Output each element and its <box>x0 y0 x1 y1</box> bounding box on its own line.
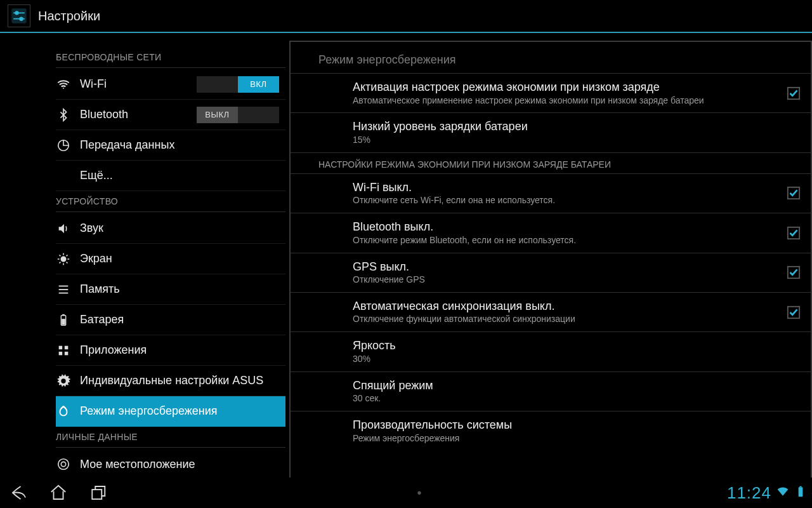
status-area[interactable]: 11:24 <box>727 483 807 503</box>
pref-title: Яркость <box>353 338 793 353</box>
svg-rect-24 <box>65 351 69 355</box>
pref-title: Bluetooth выкл. <box>353 220 779 234</box>
leaf-icon <box>56 404 71 419</box>
sidebar-item-label: Режим энергосбережения <box>80 404 279 418</box>
sidebar-item-label: Память <box>80 283 279 296</box>
pref-brightness[interactable]: Яркость 30% <box>291 332 811 371</box>
sidebar-item-more[interactable]: Ещё... <box>56 161 285 191</box>
svg-point-26 <box>58 459 69 470</box>
sidebar-item-label: Звук <box>80 222 279 235</box>
sidebar-item-label: Мое местоположение <box>80 458 279 471</box>
location-icon <box>56 457 71 472</box>
wifi-status-icon <box>776 485 789 500</box>
pref-title: Автоматическая синхронизация выкл. <box>353 299 779 314</box>
pref-summary: Отключение функции автоматической синхро… <box>353 313 779 325</box>
battery-status-icon <box>794 485 807 500</box>
battery-icon <box>56 312 71 328</box>
sidebar-item-label: Передача данных <box>80 138 279 152</box>
data-usage-icon <box>56 138 71 153</box>
app-title: Настройки <box>38 9 100 23</box>
checkbox-checked-icon[interactable] <box>787 265 801 279</box>
pref-sleep[interactable]: Спящий режим 30 сек. <box>291 372 811 411</box>
sidebar-item-label: Приложения <box>80 344 279 357</box>
pref-low-level[interactable]: Низкий уровень зарядки батареи 15% <box>291 113 811 152</box>
pref-gps-off[interactable]: GPS выкл. Отключение GPS <box>291 253 811 293</box>
display-icon <box>56 251 71 267</box>
pref-section-low-battery: НАСТРОЙКИ РЕЖИМА ЭКОНОМИИ ПРИ НИЗКОМ ЗАР… <box>291 153 811 174</box>
svg-rect-33 <box>799 487 803 497</box>
home-button[interactable] <box>44 481 72 504</box>
pref-activation[interactable]: Активация настроек режима экономии при н… <box>291 74 811 113</box>
pref-title: Wi-Fi выкл. <box>353 180 779 195</box>
storage-icon <box>56 282 71 297</box>
pref-wifi-off[interactable]: Wi-Fi выкл. Отключите сеть Wi-Fi, если о… <box>291 174 811 213</box>
system-bar: • 11:24 <box>0 478 812 508</box>
pref-summary: 30 сек. <box>353 392 793 404</box>
checkbox-checked-icon[interactable] <box>787 226 801 240</box>
sidebar-item-bluetooth[interactable]: Bluetooth ВЫКЛ <box>56 100 285 130</box>
sidebar-item-label: Wi-Fi <box>80 77 188 91</box>
pref-title: Активация настроек режима экономии при н… <box>353 80 779 95</box>
pref-title: GPS выкл. <box>353 260 779 274</box>
sidebar-item-sound[interactable]: Звук <box>56 213 285 244</box>
sidebar-item-display[interactable]: Экран <box>56 244 285 274</box>
sound-icon <box>56 221 71 236</box>
sidebar-item-storage[interactable]: Память <box>56 274 285 305</box>
pref-summary: Режим энергосбережения <box>353 432 793 444</box>
sidebar-item-asus[interactable]: Индивидуальные настройки ASUS <box>56 366 285 396</box>
svg-rect-34 <box>799 486 801 488</box>
sidebar-item-label: Bluetooth <box>80 108 188 121</box>
recents-button[interactable] <box>84 481 112 504</box>
svg-rect-0 <box>11 8 26 23</box>
svg-point-3 <box>15 11 18 15</box>
pref-title: Производительность системы <box>353 418 793 432</box>
detail-title: Режим энергосбережения <box>291 42 811 74</box>
sidebar-item-label: Ещё... <box>80 169 279 182</box>
svg-point-25 <box>61 462 65 466</box>
back-button[interactable] <box>5 481 33 504</box>
sidebar-item-label: Экран <box>80 252 279 265</box>
svg-line-13 <box>59 262 60 263</box>
svg-line-12 <box>67 262 68 263</box>
checkbox-checked-icon[interactable] <box>787 86 801 100</box>
detail-panel: Режим энергосбережения Активация настрое… <box>289 41 812 478</box>
pref-title: Низкий уровень зарядки батареи <box>353 119 793 134</box>
pref-summary: Отключение GPS <box>353 274 779 286</box>
svg-rect-20 <box>62 319 65 324</box>
sidebar-item-label: Индивидуальные настройки ASUS <box>80 374 279 387</box>
svg-rect-22 <box>65 345 69 349</box>
wifi-toggle[interactable]: ВКЛ <box>197 76 279 93</box>
detail-pane: Режим энергосбережения Активация настрое… <box>285 34 812 478</box>
content-area: БЕСПРОВОДНЫЕ СЕТИ Wi-Fi ВКЛ Bluetooth ВЫ… <box>0 34 812 478</box>
svg-rect-23 <box>59 351 63 355</box>
bluetooth-icon <box>56 107 71 123</box>
status-dot: • <box>112 486 727 500</box>
svg-line-14 <box>67 255 68 256</box>
pref-sync-off[interactable]: Автоматическая синхронизация выкл. Отклю… <box>291 293 811 332</box>
sidebar-item-battery[interactable]: Батарея <box>56 305 285 335</box>
bluetooth-toggle[interactable]: ВЫКЛ <box>197 107 279 123</box>
settings-sidebar: БЕСПРОВОДНЫЕ СЕТИ Wi-Fi ВКЛ Bluetooth ВЫ… <box>0 34 285 478</box>
apps-icon <box>56 343 71 358</box>
svg-point-6 <box>61 257 65 261</box>
sidebar-item-apps[interactable]: Приложения <box>56 335 285 366</box>
wifi-icon <box>56 77 71 92</box>
pref-summary: 30% <box>353 353 793 365</box>
svg-rect-32 <box>92 490 102 499</box>
checkbox-checked-icon[interactable] <box>787 305 801 319</box>
pref-performance[interactable]: Производительность системы Режим энергос… <box>291 411 811 450</box>
svg-line-11 <box>59 255 60 256</box>
gear-icon <box>56 373 71 389</box>
pref-summary: Отключите режим Bluetooth, если он не ис… <box>353 234 779 246</box>
pref-bluetooth-off[interactable]: Bluetooth выкл. Отключите режим Bluetoot… <box>291 213 811 253</box>
sidebar-item-wifi[interactable]: Wi-Fi ВКЛ <box>56 69 285 100</box>
sidebar-item-data[interactable]: Передача данных <box>56 130 285 161</box>
clock: 11:24 <box>727 483 771 503</box>
pref-summary: 15% <box>353 134 793 146</box>
sidebar-item-label: Батарея <box>80 313 279 326</box>
sidebar-item-power-saving[interactable]: Режим энергосбережения <box>56 396 285 427</box>
checkbox-checked-icon[interactable] <box>787 186 801 200</box>
pref-summary: Автоматическое применение настроек режим… <box>353 95 779 107</box>
section-device: УСТРОЙСТВО <box>56 191 285 212</box>
sidebar-item-location[interactable]: Мое местоположение <box>56 449 285 478</box>
